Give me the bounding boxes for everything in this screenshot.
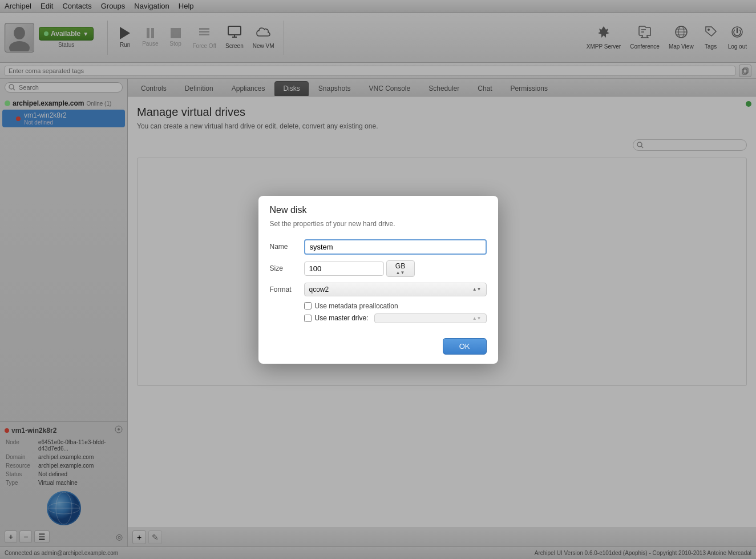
format-arrows: ▲▼ (472, 287, 482, 292)
modal-subtitle: Set the properties of your new hard driv… (258, 220, 498, 235)
format-select[interactable]: qcow2 ▲▼ (304, 283, 487, 296)
size-input[interactable] (304, 262, 384, 276)
master-drive-label[interactable]: Use master drive: (315, 314, 369, 322)
size-label: Size (270, 264, 304, 272)
master-drive-checkbox[interactable] (304, 315, 312, 322)
name-input[interactable] (304, 239, 487, 255)
format-value: qcow2 (309, 285, 329, 293)
size-field: GB ▲▼ (304, 260, 487, 277)
name-label: Name (270, 243, 304, 251)
metadata-row: Use metadata preallocation (270, 302, 487, 310)
unit-select[interactable]: GB ▲▼ (386, 260, 415, 277)
format-field: qcow2 ▲▼ (304, 283, 487, 296)
master-drive-arrows: ▲▼ (472, 316, 482, 321)
format-label: Format (270, 285, 304, 293)
name-field (304, 239, 487, 255)
size-row: Size GB ▲▼ (270, 260, 487, 277)
modal-footer: OK (258, 332, 498, 364)
modal-title: New disk (258, 196, 498, 220)
new-disk-modal: New disk Set the properties of your new … (258, 196, 498, 364)
master-drive-row: Use master drive: ▲▼ (270, 313, 487, 323)
metadata-checkbox[interactable] (304, 302, 312, 309)
modal-body: Name Size GB ▲▼ Format (258, 235, 498, 332)
metadata-label[interactable]: Use metadata preallocation (315, 302, 398, 310)
name-row: Name (270, 239, 487, 255)
ok-button[interactable]: OK (443, 338, 487, 355)
unit-arrows: ▲▼ (396, 270, 405, 275)
modal-overlay: New disk Set the properties of your new … (0, 0, 756, 559)
master-drive-select[interactable]: ▲▼ (374, 313, 487, 323)
unit-value: GB (395, 262, 405, 270)
format-row: Format qcow2 ▲▼ (270, 283, 487, 296)
